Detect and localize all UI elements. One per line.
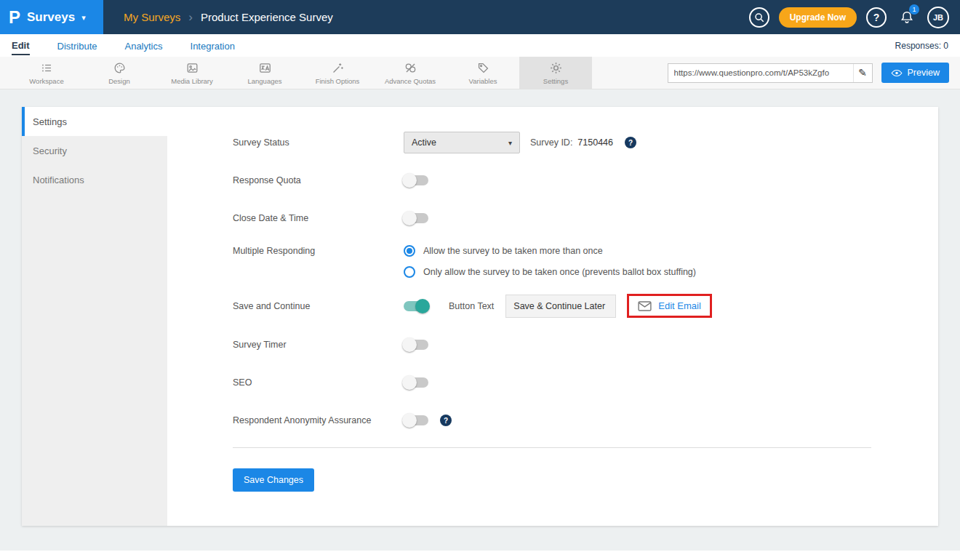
multiple-responding-row: Multiple Responding Allow the survey to … — [233, 245, 938, 278]
tab-distribute[interactable]: Distribute — [57, 37, 97, 55]
seo-row: SEO — [233, 372, 938, 393]
response-quota-row: Response Quota — [233, 169, 938, 191]
sidebar-item-security[interactable]: Security — [22, 136, 167, 165]
multiple-responding-options: Allow the survey to be taken more than o… — [404, 245, 696, 278]
toolbar-item-workspace[interactable]: Workspace — [10, 57, 83, 89]
media-library-icon — [185, 61, 199, 75]
sidebar-item-settings[interactable]: Settings — [22, 107, 167, 136]
toolbar-item-label: Advance Quotas — [385, 77, 436, 85]
edit-toolbar: Workspace Design Media Library Languages… — [0, 57, 960, 89]
toolbar-item-label: Workspace — [29, 77, 63, 85]
anonymity-toggle[interactable] — [404, 415, 428, 425]
tab-analytics[interactable]: Analytics — [124, 37, 162, 55]
tab-integration[interactable]: Integration — [191, 37, 235, 55]
email-icon — [638, 301, 652, 311]
survey-id-value: 7150446 — [577, 137, 613, 148]
chevron-down-icon: ▾ — [81, 13, 86, 23]
toolbar-item-label: Media Library — [171, 77, 213, 85]
radio-allow-multiple-label: Allow the survey to be taken more than o… — [423, 246, 603, 256]
product-switcher[interactable]: P Surveys ▾ — [0, 0, 103, 34]
breadcrumb-current-survey: Product Experience Survey — [201, 11, 333, 23]
sidebar-item-notifications[interactable]: Notifications — [22, 165, 167, 194]
anonymity-help-icon[interactable]: ? — [440, 415, 452, 426]
advance-quotas-icon — [404, 61, 417, 75]
preview-button[interactable]: Preview — [881, 63, 949, 83]
toolbar-item-label: Languages — [247, 77, 281, 85]
languages-icon — [258, 61, 272, 75]
settings-icon — [549, 61, 563, 75]
questionpro-logo: P — [9, 9, 20, 26]
response-quota-label: Response Quota — [233, 175, 404, 185]
product-name: Surveys — [27, 10, 75, 25]
survey-timer-row: Survey Timer — [233, 334, 938, 356]
eye-icon — [891, 68, 903, 78]
search-icon — [753, 12, 765, 23]
seo-toggle[interactable] — [404, 377, 428, 388]
breadcrumb-separator-icon: › — [188, 10, 193, 25]
toolbar-item-label: Design — [108, 77, 130, 85]
search-button[interactable] — [749, 7, 769, 28]
toolbar-item-media-library[interactable]: Media Library — [156, 57, 228, 89]
survey-nav: Edit Distribute Analytics Integration Re… — [0, 34, 960, 57]
toolbar-item-finish-options[interactable]: Finish Options — [301, 57, 374, 89]
seo-label: SEO — [233, 377, 404, 388]
notifications-button[interactable]: 1 — [896, 7, 918, 28]
settings-form: Survey Status Active ▾ Survey ID: 715044… — [167, 107, 938, 526]
survey-id-label: Survey ID: — [530, 137, 572, 148]
toolbar-item-settings[interactable]: Settings — [519, 57, 592, 89]
survey-status-row: Survey Status Active ▾ Survey ID: 715044… — [233, 132, 938, 153]
main-content: Settings Security Notifications Survey S… — [0, 89, 960, 551]
anonymity-row: Respondent Anonymity Assurance ? — [233, 409, 938, 431]
toolbar-right: ✎ Preview — [668, 57, 960, 89]
breadcrumb: My Surveys › Product Experience Survey — [124, 10, 333, 25]
toolbar-item-languages[interactable]: Languages — [228, 57, 301, 89]
help-button[interactable]: ? — [866, 7, 887, 28]
topbar-actions: Upgrade Now ? 1 JB — [749, 7, 960, 28]
survey-status-select[interactable]: Active ▾ — [404, 132, 520, 153]
close-date-label: Close Date & Time — [233, 213, 404, 223]
save-changes-button[interactable]: Save Changes — [233, 468, 314, 492]
toolbar-item-label: Finish Options — [316, 77, 360, 85]
breadcrumb-my-surveys[interactable]: My Surveys — [124, 11, 180, 23]
preview-label: Preview — [908, 68, 940, 78]
survey-url-box: ✎ — [668, 63, 873, 83]
survey-status-label: Survey Status — [233, 137, 404, 148]
radio-unselected-icon — [404, 266, 415, 278]
edit-url-pencil-icon[interactable]: ✎ — [853, 64, 872, 82]
anonymity-label: Respondent Anonymity Assurance — [233, 415, 404, 425]
button-text-label: Button Text — [449, 301, 494, 311]
save-continue-label: Save and Continue — [233, 301, 404, 311]
multiple-responding-label: Multiple Responding — [233, 245, 404, 256]
close-date-toggle[interactable] — [404, 213, 428, 223]
save-continue-toggle[interactable] — [404, 301, 428, 311]
settings-card: Settings Security Notifications Survey S… — [22, 107, 938, 526]
upgrade-now-button[interactable]: Upgrade Now — [779, 7, 857, 28]
survey-url-input[interactable] — [668, 68, 853, 77]
toolbar-item-design[interactable]: Design — [83, 57, 156, 89]
notification-badge: 1 — [909, 4, 919, 15]
radio-allow-multiple[interactable]: Allow the survey to be taken more than o… — [404, 245, 696, 257]
chevron-down-icon: ▾ — [508, 139, 512, 147]
toolbar-item-label: Settings — [543, 77, 568, 85]
button-text-input[interactable] — [505, 295, 616, 318]
save-continue-row: Save and Continue Button Text Edit Email — [233, 294, 938, 318]
survey-status-value: Active — [412, 137, 436, 148]
topbar: P Surveys ▾ My Surveys › Product Experie… — [0, 0, 960, 34]
toolbar-item-advance-quotas[interactable]: Advance Quotas — [374, 57, 447, 89]
finish-options-icon — [331, 61, 345, 75]
form-divider — [233, 447, 871, 448]
response-quota-toggle[interactable] — [404, 175, 428, 185]
responses-count: Responses: 0 — [895, 41, 948, 51]
tab-edit[interactable]: Edit — [12, 36, 30, 55]
workspace-icon — [40, 61, 54, 75]
avatar[interactable]: JB — [927, 7, 949, 28]
survey-timer-toggle[interactable] — [404, 340, 428, 350]
toolbar-item-variables[interactable]: Variables — [447, 57, 519, 89]
close-date-row: Close Date & Time — [233, 207, 938, 229]
survey-timer-label: Survey Timer — [233, 340, 404, 350]
toolbar-item-label: Variables — [469, 77, 497, 85]
radio-allow-once[interactable]: Only allow the survey to be taken once (… — [404, 266, 696, 278]
edit-email-highlight: Edit Email — [627, 294, 712, 318]
edit-email-button[interactable]: Edit Email — [658, 300, 701, 311]
survey-id-help-icon[interactable]: ? — [625, 137, 636, 148]
